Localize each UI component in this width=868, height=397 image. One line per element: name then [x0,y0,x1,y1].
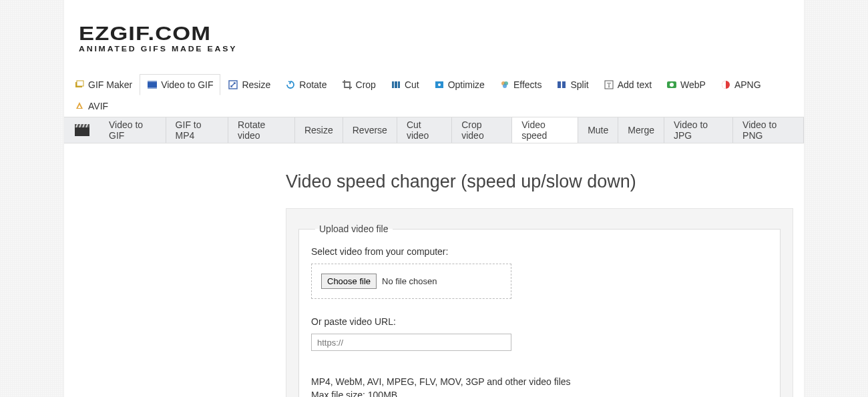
file-status-text: No file chosen [382,276,437,286]
svg-rect-1 [77,81,83,86]
nav-label: GIF Maker [88,79,132,90]
webp-icon [666,79,677,90]
secondary-nav: Video to GIFGIF to MP4Rotate videoResize… [64,117,804,143]
nav-crop[interactable]: Crop [335,74,383,95]
subnav-video-to-png[interactable]: Video to PNG [733,117,804,143]
nav-apng[interactable]: APNG [713,74,769,95]
file-dropzone[interactable]: Choose file No file chosen [311,264,511,299]
svg-rect-8 [397,81,398,88]
max-size-text: Max file size: 100MB [311,388,768,397]
layers-icon [74,79,85,90]
effects-icon [499,79,510,90]
text-icon: T [604,79,614,90]
nav-resize[interactable]: Resize [220,74,278,95]
upload-panel: Upload video file Select video from your… [286,208,793,397]
nav-label: Crop [356,79,376,90]
nav-optimize[interactable]: Optimize [427,74,492,95]
subnav-cut-video[interactable]: Cut video [397,117,452,143]
fieldset-legend: Upload video file [315,224,393,234]
subnav-video-to-gif[interactable]: Video to GIF [99,117,166,143]
avif-icon [74,101,85,111]
nav-gif-maker[interactable]: GIF Maker [67,74,140,95]
subnav-mute[interactable]: Mute [578,117,618,143]
nav-label: Split [570,79,588,90]
svg-rect-15 [562,81,566,88]
nav-label: Cut [405,79,419,90]
nav-label: Rotate [299,79,327,90]
svg-point-19 [670,83,674,87]
subnav-rotate-video[interactable]: Rotate video [228,117,295,143]
subnav-reverse[interactable]: Reverse [343,117,397,143]
apng-icon [720,79,731,90]
svg-rect-7 [394,81,395,88]
nav-split[interactable]: Split [549,74,596,95]
logo-subtitle: ANIMATED GIFS MADE EASY [79,45,868,53]
primary-nav: GIF MakerVideo to GIFResizeRotateCropCut… [64,74,804,117]
svg-rect-4 [148,87,157,89]
url-label: Or paste video URL: [311,316,768,327]
nav-webp[interactable]: WebP [659,74,713,95]
formats-text: MP4, WebM, AVI, MPEG, FLV, MOV, 3GP and … [311,375,768,388]
nav-label: AVIF [88,101,108,111]
choose-file-button[interactable]: Choose file [321,274,377,289]
nav-label: WebP [680,79,706,90]
resize-icon [228,79,238,90]
nav-avif[interactable]: AVIF [67,95,116,117]
video-url-input[interactable] [311,334,511,351]
svg-point-10 [438,83,441,86]
page-title: Video speed changer (speed up/slow down) [64,171,804,192]
nav-label: Add text [618,79,652,90]
split-icon [556,79,567,90]
upload-fieldset: Upload video file Select video from your… [298,224,781,397]
nav-label: APNG [734,79,761,90]
logo-main-text: EZGIF.COM [79,23,868,43]
svg-rect-20 [75,127,89,136]
crop-icon [342,79,353,90]
subnav-merge[interactable]: Merge [618,117,664,143]
subnav-video-speed[interactable]: Video speed [511,117,578,143]
nav-label: Video to GIF [161,79,213,90]
optimize-icon [434,79,445,90]
svg-point-13 [503,84,507,88]
format-hint: MP4, WebM, AVI, MPEG, FLV, MOV, 3GP and … [311,375,768,397]
select-file-label: Select video from your computer: [311,246,768,257]
nav-cut[interactable]: Cut [383,74,427,95]
nav-label: Effects [513,79,542,90]
nav-label: Resize [242,79,270,90]
rotate-icon [285,79,296,90]
nav-add-text[interactable]: TAdd text [596,74,659,95]
nav-label: Optimize [448,79,485,90]
svg-text:T: T [607,81,611,89]
subnav-video-to-jpg[interactable]: Video to JPG [664,117,733,143]
subnav-crop-video[interactable]: Crop video [452,117,512,143]
clapperboard-icon [64,117,99,143]
film-icon [147,79,158,90]
site-logo[interactable]: EZGIF.COM ANIMATED GIFS MADE EASY [64,0,804,53]
svg-rect-3 [148,81,157,82]
svg-rect-14 [558,81,561,88]
cut-icon [391,79,401,90]
subnav-resize[interactable]: Resize [295,117,343,143]
subnav-gif-to-mp4[interactable]: GIF to MP4 [166,117,229,143]
svg-rect-6 [392,81,400,88]
nav-rotate[interactable]: Rotate [278,74,334,95]
nav-effects[interactable]: Effects [492,74,550,95]
nav-video-to-gif[interactable]: Video to GIF [140,74,220,95]
